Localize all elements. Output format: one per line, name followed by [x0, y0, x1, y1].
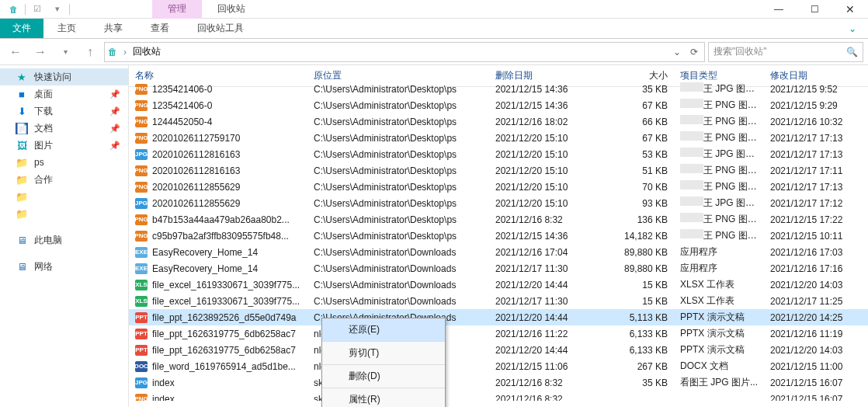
- nav-icon: 📁: [16, 191, 28, 203]
- file-type-icon: PNG: [135, 214, 148, 225]
- file-size: 66 KB: [612, 117, 674, 127]
- tab-share[interactable]: 共享: [90, 19, 137, 38]
- context-menu-item[interactable]: 属性(R): [322, 388, 445, 407]
- file-delete-date: 2021/12/16 18:02: [489, 117, 612, 127]
- file-row[interactable]: PPTfile_ppt_1626319775_6db6258ac7nloads2…: [129, 325, 868, 342]
- history-dropdown-icon[interactable]: ▾: [54, 42, 76, 62]
- qat-check-icon[interactable]: ☑: [29, 2, 46, 17]
- help-dropdown-icon[interactable]: ⌄: [837, 19, 868, 38]
- file-row[interactable]: XLSfile_excel_1619330671_3039f775...C:\U…: [129, 277, 868, 293]
- file-row[interactable]: JPGindexsktop\ps2021/12/16 8:3235 KB看图王 …: [129, 374, 868, 391]
- file-size: 93 KB: [612, 198, 674, 209]
- breadcrumb-separator-icon: ›: [123, 47, 127, 57]
- nav-item[interactable]: 📁合作: [0, 171, 128, 188]
- file-delete-date: 2021/12/15 14:36: [489, 100, 612, 111]
- close-button[interactable]: ✕: [832, 0, 868, 19]
- nav-label: 网络: [34, 260, 53, 273]
- nav-item[interactable]: ⬇下载📌: [0, 103, 128, 120]
- file-type: XLSX 工作表: [674, 294, 764, 308]
- tab-home[interactable]: 主页: [43, 19, 90, 38]
- file-delete-date: 2021/12/15 11:06: [489, 361, 612, 372]
- file-size: 89,880 KB: [612, 247, 674, 258]
- file-delete-date: 2021/12/20 15:10: [489, 165, 612, 176]
- nav-item[interactable]: 📄文档📌: [0, 120, 128, 137]
- tab-recycle-tools[interactable]: 回收站工具: [183, 19, 258, 38]
- minimize-button[interactable]: —: [761, 0, 797, 19]
- file-tab[interactable]: 文件: [0, 19, 43, 38]
- file-type-icon: PNG: [135, 100, 148, 111]
- file-row[interactable]: PNGindexsktop\ps2021/12/16 8:322021/12/1…: [129, 391, 868, 401]
- file-row[interactable]: PNG1235421406-0C:\Users\Administrator\De…: [129, 81, 868, 97]
- nav-item[interactable]: 🖥网络: [0, 258, 128, 275]
- file-type-icon: PPT: [135, 329, 148, 339]
- nav-item[interactable]: 🖼图片📌: [0, 137, 128, 154]
- file-modified: 2021/12/15 9:52: [764, 84, 868, 95]
- file-location: C:\Users\Administrator\Desktop\ps: [307, 100, 489, 111]
- file-row[interactable]: PNG20201026112816163C:\Users\Administrat…: [129, 162, 868, 179]
- file-row[interactable]: PNGb47b153a44aa479ab26aa80b2...C:\Users\…: [129, 211, 868, 228]
- pin-icon: 📌: [109, 89, 120, 99]
- context-menu-item[interactable]: 删除(D): [322, 365, 445, 388]
- file-row[interactable]: EXEEasyRecovery_Home_14C:\Users\Administ…: [129, 244, 868, 260]
- file-row[interactable]: XLSfile_excel_1619330671_3039f775...C:\U…: [129, 293, 868, 309]
- file-row[interactable]: PPTfile_ppt_1623892526_d55e0d749aC:\User…: [129, 309, 868, 325]
- refresh-button[interactable]: ⟳: [687, 47, 701, 57]
- file-row[interactable]: PNG1235421406-0C:\Users\Administrator\De…: [129, 97, 868, 113]
- file-name: 1235421406-0: [152, 100, 212, 111]
- file-name: b47b153a44aa479ab26aa80b2...: [152, 214, 290, 225]
- file-type-icon: PPT: [135, 312, 148, 323]
- file-type-icon: EXE: [135, 263, 148, 274]
- context-menu-item[interactable]: 剪切(T): [322, 342, 445, 365]
- pin-icon: 📌: [109, 106, 120, 117]
- address-bar[interactable]: 🗑 › 回收站 ⌄ ⟳: [104, 42, 705, 62]
- up-button[interactable]: ↑: [79, 42, 101, 62]
- address-dropdown-icon[interactable]: ⌄: [670, 47, 684, 57]
- file-size: 6,133 KB: [612, 329, 674, 339]
- breadcrumb-location[interactable]: 回收站: [133, 45, 161, 58]
- nav-item[interactable]: 📁ps: [0, 154, 128, 171]
- search-box[interactable]: 搜索"回收站" 🔍: [708, 42, 863, 62]
- file-modified: 2021/12/16 11:19: [764, 329, 868, 339]
- nav-item[interactable]: 📁: [0, 188, 128, 205]
- file-row[interactable]: EXEEasyRecovery_Home_14C:\Users\Administ…: [129, 260, 868, 277]
- file-size: 53 KB: [612, 149, 674, 160]
- back-button[interactable]: ←: [5, 42, 26, 62]
- file-row[interactable]: JPG20201026112855629C:\Users\Administrat…: [129, 195, 868, 211]
- file-delete-date: 2021/12/20 14:44: [489, 280, 612, 290]
- nav-label: 合作: [34, 173, 53, 186]
- context-menu-item[interactable]: 还原(E): [322, 318, 445, 342]
- nav-icon: ⬇: [16, 106, 28, 117]
- pin-icon: 📌: [109, 123, 120, 134]
- nav-item[interactable]: ★快速访问: [0, 68, 128, 85]
- nav-item[interactable]: ■桌面📌: [0, 85, 128, 103]
- nav-item[interactable]: 🖥此电脑: [0, 231, 128, 249]
- recycle-bin-icon[interactable]: 🗑: [5, 2, 22, 17]
- file-delete-date: 2021/12/20 14:44: [489, 312, 612, 323]
- file-location: C:\Users\Administrator\Desktop\ps: [307, 149, 489, 160]
- maximize-button[interactable]: ☐: [797, 0, 832, 19]
- file-row[interactable]: PNG20201026112759170C:\Users\Administrat…: [129, 130, 868, 146]
- file-row[interactable]: PNGc95b97ba2af3ffb83095575fb48...C:\User…: [129, 228, 868, 244]
- file-location: C:\Users\Administrator\Downloads: [307, 263, 489, 274]
- file-type-icon: PPT: [135, 345, 148, 356]
- file-delete-date: 2021/12/16 11:22: [489, 329, 612, 339]
- file-modified: 2021/12/17 11:25: [764, 296, 868, 307]
- file-row[interactable]: JPG20201026112816163C:\Users\Administrat…: [129, 146, 868, 162]
- file-row[interactable]: PNG20201026112855629C:\Users\Administrat…: [129, 179, 868, 195]
- file-row[interactable]: DOCfile_word_1619765914_ad5d1be...nloads…: [129, 358, 868, 374]
- contextual-group-label: 管理: [152, 0, 202, 19]
- file-name: file_ppt_1626319775_6db6258ac7: [152, 329, 296, 339]
- file-delete-date: 2021/12/20 14:44: [489, 345, 612, 356]
- search-placeholder: 搜索"回收站": [713, 45, 767, 58]
- file-location: C:\Users\Administrator\Downloads: [307, 247, 489, 258]
- forward-button[interactable]: →: [30, 42, 51, 62]
- file-row[interactable]: PPTfile_ppt_1626319775_6db6258ac7nloads2…: [129, 342, 868, 358]
- file-row[interactable]: PNG1244452050-4C:\Users\Administrator\De…: [129, 113, 868, 130]
- nav-item[interactable]: 📁: [0, 205, 128, 222]
- search-icon[interactable]: 🔍: [846, 47, 858, 57]
- file-delete-date: 2021/12/20 15:10: [489, 133, 612, 144]
- tab-view[interactable]: 查看: [137, 19, 183, 38]
- file-type-icon: PNG: [135, 231, 148, 242]
- qat-dropdown-icon[interactable]: ▾: [49, 2, 66, 17]
- file-type: PPTX 演示文稿: [674, 343, 764, 357]
